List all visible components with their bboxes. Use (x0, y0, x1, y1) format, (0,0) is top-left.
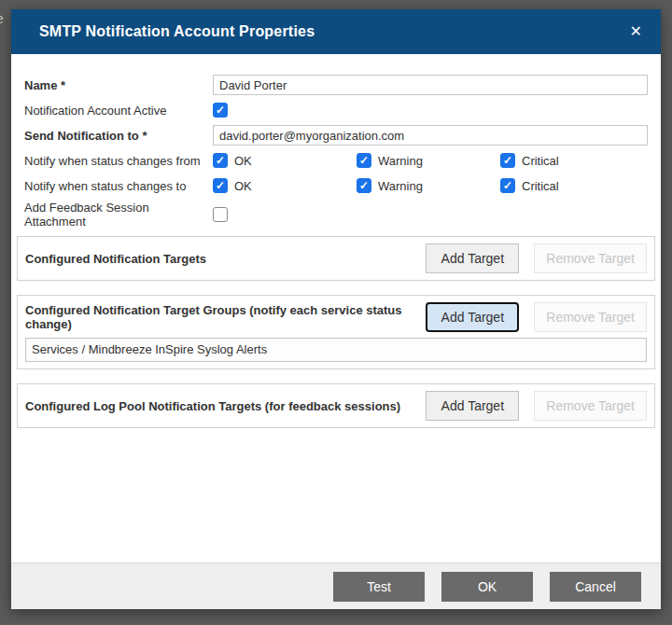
notify-from-critical-option: Critical (500, 153, 644, 168)
notify-to-row: Notify when status changes to OK Warning… (24, 175, 648, 196)
smtp-notification-dialog: SMTP Notification Account Properties ✕ N… (11, 9, 661, 609)
name-input[interactable] (213, 75, 648, 95)
remove-target-button[interactable]: Remove Target (534, 302, 647, 332)
notify-from-ok-option: OK (213, 153, 357, 168)
notify-from-label: Notify when status changes from (24, 154, 213, 168)
ok-label: OK (234, 179, 252, 193)
warning-label: Warning (378, 179, 423, 193)
section-buttons: Add Target Remove Target (426, 302, 647, 332)
notify-from-row: Notify when status changes from OK Warni… (24, 150, 648, 171)
ok-button[interactable]: OK (441, 572, 533, 602)
ok-checkbox[interactable] (213, 153, 228, 168)
send-to-input[interactable] (213, 125, 648, 146)
critical-label: Critical (522, 179, 559, 193)
notification-target-groups-title: Configured Notification Target Groups (n… (25, 303, 426, 331)
critical-checkbox[interactable] (500, 178, 515, 193)
notify-to-critical-option: Critical (500, 178, 644, 193)
notify-from-warning-option: Warning (357, 153, 500, 168)
dialog-footer: Test OK Cancel (11, 562, 661, 609)
test-button[interactable]: Test (333, 572, 425, 602)
feedback-attachment-row: Add Feedback Session Attachment (24, 201, 648, 229)
notification-targets-section: Configured Notification Targets Add Targ… (17, 236, 655, 281)
feedback-attachment-label: Add Feedback Session Attachment (24, 201, 213, 229)
notification-targets-title: Configured Notification Targets (25, 252, 214, 266)
dialog-title: SMTP Notification Account Properties (39, 23, 315, 40)
name-label: Name * (24, 78, 213, 92)
critical-checkbox[interactable] (500, 153, 515, 168)
notify-to-ok-option: OK (213, 178, 357, 193)
remove-target-button[interactable]: Remove Target (534, 243, 647, 273)
send-to-label: Send Notification to * (24, 129, 213, 143)
notification-target-groups-section: Configured Notification Target Groups (n… (17, 295, 655, 369)
notify-to-warning-option: Warning (357, 178, 500, 193)
send-to-row: Send Notification to * (24, 125, 648, 146)
ok-label: OK (234, 154, 252, 168)
remove-target-button[interactable]: Remove Target (534, 391, 647, 421)
cancel-button[interactable]: Cancel (550, 572, 641, 602)
log-pool-targets-section: Configured Log Pool Notification Targets… (17, 383, 655, 428)
form-area: Name * Notification Account Active Send … (17, 75, 655, 229)
dialog-body: Name * Notification Account Active Send … (11, 54, 661, 562)
add-target-button[interactable]: Add Target (426, 391, 519, 421)
notify-to-options: OK Warning Critical (213, 178, 648, 193)
log-pool-targets-title: Configured Log Pool Notification Targets… (25, 399, 408, 413)
notification-active-checkbox[interactable] (213, 103, 228, 118)
notify-to-label: Notify when status changes to (24, 179, 213, 193)
section-header: Configured Log Pool Notification Targets… (25, 391, 647, 421)
section-buttons: Add Target Remove Target (426, 243, 647, 273)
warning-checkbox[interactable] (357, 178, 371, 193)
section-header: Configured Notification Targets Add Targ… (25, 243, 647, 273)
dialog-header: SMTP Notification Account Properties ✕ (11, 9, 661, 54)
ok-checkbox[interactable] (213, 178, 228, 193)
section-header: Configured Notification Target Groups (n… (25, 302, 647, 332)
account-active-row: Notification Account Active (24, 100, 648, 120)
add-target-button[interactable]: Add Target (426, 302, 519, 332)
warning-label: Warning (378, 154, 423, 168)
name-row: Name * (24, 75, 648, 95)
background-page-fragment: e (0, 11, 4, 26)
account-active-label: Notification Account Active (24, 104, 213, 118)
section-buttons: Add Target Remove Target (426, 391, 647, 421)
warning-checkbox[interactable] (357, 153, 371, 168)
add-target-button[interactable]: Add Target (426, 243, 519, 273)
feedback-attachment-checkbox[interactable] (213, 207, 228, 222)
target-group-item[interactable]: Services / Mindbreeze InSpire Syslog Ale… (25, 338, 647, 362)
notify-from-options: OK Warning Critical (213, 153, 648, 168)
close-icon[interactable]: ✕ (630, 24, 642, 39)
critical-label: Critical (522, 154, 559, 168)
